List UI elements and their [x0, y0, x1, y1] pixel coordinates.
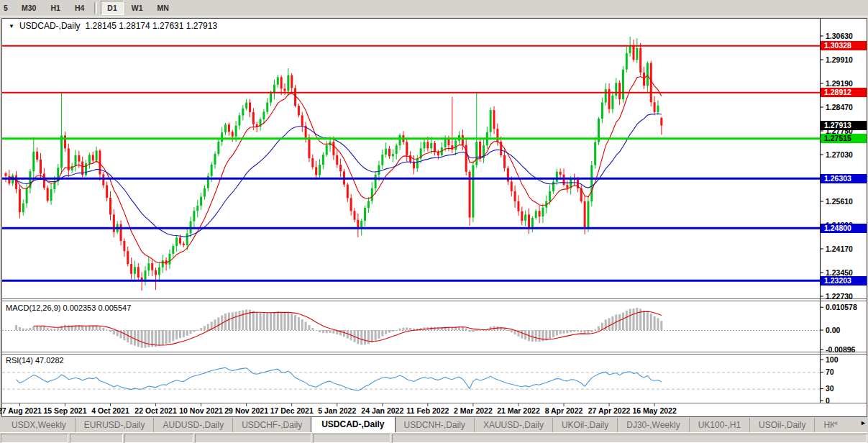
macd-histogram-bar — [388, 330, 390, 333]
bear-candle — [643, 73, 645, 86]
bull-candle — [375, 175, 377, 188]
bull-candle — [556, 172, 558, 182]
macd-histogram-bar — [238, 311, 240, 330]
tab-audusd-daily[interactable]: AUDUSD-,Daily — [153, 418, 232, 432]
bull-candle — [319, 165, 321, 175]
bull-candle — [26, 188, 28, 204]
macd-histogram-bar — [141, 330, 143, 348]
bear-candle — [308, 137, 310, 158]
macd-histogram-bar — [577, 330, 579, 332]
macd-histogram-bar — [367, 330, 370, 344]
macd-histogram-bar — [483, 330, 485, 331]
bear-candle — [291, 76, 293, 88]
tab-usdcnh-daily[interactable]: USDCNH-,Daily — [396, 418, 474, 432]
bear-candle — [232, 132, 234, 136]
bull-candle — [535, 211, 537, 218]
tab-uk100-h1[interactable]: UK100-,H1 — [689, 418, 749, 432]
status-segment — [392, 434, 867, 443]
status-segment — [70, 434, 123, 443]
macd-histogram-bar — [260, 313, 262, 330]
macd-histogram-bar — [47, 328, 49, 330]
bull-candle — [615, 83, 617, 96]
macd-histogram-bar — [472, 330, 474, 332]
tab-hk50[interactable]: HK50-,H1 — [814, 418, 834, 432]
bear-candle — [618, 83, 621, 99]
tab-usdcad-daily[interactable]: USDCAD-,Daily — [311, 417, 395, 432]
bear-candle — [68, 148, 70, 170]
bull-candle — [531, 218, 534, 227]
bull-candle — [266, 103, 268, 112]
bull-candle — [647, 63, 649, 86]
macd-histogram-bar — [165, 330, 168, 344]
tab-ukoil-daily[interactable]: UKOil-,Daily — [552, 418, 617, 432]
bear-candle — [563, 175, 565, 185]
status-segment — [195, 434, 311, 443]
bull-candle — [60, 135, 63, 168]
symbol-dropdown-icon[interactable]: ▼ — [9, 23, 14, 29]
macd-histogram-bar — [262, 313, 265, 330]
macd-histogram-bar — [179, 330, 181, 338]
bear-candle — [99, 150, 101, 174]
macd-histogram-bar — [308, 325, 310, 330]
time-axis[interactable] — [2, 403, 820, 416]
bear-candle — [559, 172, 562, 175]
candles-layer — [5, 37, 663, 291]
bull-candle — [475, 142, 478, 165]
macd-histogram-bar — [291, 314, 293, 330]
macd-histogram-bar — [294, 315, 296, 330]
macd-histogram-bar — [273, 312, 275, 330]
bull-candle — [214, 154, 216, 165]
macd-histogram-bar — [168, 330, 170, 343]
bear-candle — [388, 149, 390, 157]
bull-candle — [322, 155, 324, 165]
bull-candle — [367, 201, 370, 209]
tab-scroll-buttons: ◄ ► — [832, 419, 867, 426]
bull-candle — [211, 165, 213, 176]
price-axis[interactable] — [820, 19, 868, 403]
bear-candle — [639, 48, 641, 73]
macd-histogram-bar — [50, 329, 52, 330]
macd-histogram-bar — [158, 330, 160, 346]
macd-histogram-bar — [26, 329, 28, 330]
tab-usdx-weekly[interactable]: USDX,Weekly — [3, 418, 75, 432]
macd-histogram-bar — [590, 330, 593, 332]
macd-histogram-bar — [556, 330, 558, 336]
macd-histogram-bar — [190, 330, 192, 334]
macd-histogram-bar — [539, 330, 541, 342]
macd-histogram-bar — [409, 328, 411, 330]
bull-candle — [605, 89, 607, 103]
tab-dj30-weekly[interactable]: DJ30-,Weekly — [617, 418, 688, 432]
bear-candle — [409, 155, 411, 162]
macd-histogram-bar — [242, 310, 244, 330]
tab-usoil-daily[interactable]: USOil-,Daily — [749, 418, 814, 432]
macd-histogram-bar — [60, 326, 63, 330]
chart-canvas[interactable]: 1.306301.299101.291901.284701.277501.270… — [0, 0, 868, 443]
macd-histogram-bar — [22, 329, 24, 330]
bear-candle — [479, 142, 481, 158]
macd-histogram-bar — [15, 325, 17, 330]
macd-histogram-bar — [162, 330, 164, 345]
macd-histogram-bar — [392, 330, 394, 332]
chart-window-title: ▼ USDCAD-,Daily 1.28145 1.28174 1.27631 … — [9, 21, 217, 31]
bull-candle — [430, 143, 432, 148]
macd-histogram-bar — [245, 309, 247, 330]
bear-candle — [354, 211, 356, 219]
bull-candle — [424, 142, 426, 149]
macd-histogram-bar — [633, 309, 635, 330]
panel-frames — [2, 19, 867, 417]
tab-eurusd-daily[interactable]: EURUSD-,Daily — [75, 418, 154, 432]
macd-histogram-bar — [145, 330, 147, 348]
macd-histogram-bar — [654, 316, 656, 330]
tab-scroll-right-icon[interactable]: ► — [860, 419, 867, 426]
macd-histogram-bar — [552, 330, 554, 337]
bull-candle — [186, 233, 188, 245]
tab-xauusd-daily[interactable]: XAUUSD-,Daily — [474, 418, 552, 432]
macd-histogram-bar — [193, 330, 195, 332]
bear-candle — [521, 211, 523, 221]
tab-scroll-left-icon[interactable]: ◄ — [832, 419, 839, 426]
bull-candle — [162, 260, 164, 268]
status-bar — [0, 432, 868, 443]
bear-candle — [92, 155, 94, 160]
tab-usdchf-daily[interactable]: USDCHF-,Daily — [232, 418, 311, 432]
macd-histogram-bar — [319, 330, 321, 332]
